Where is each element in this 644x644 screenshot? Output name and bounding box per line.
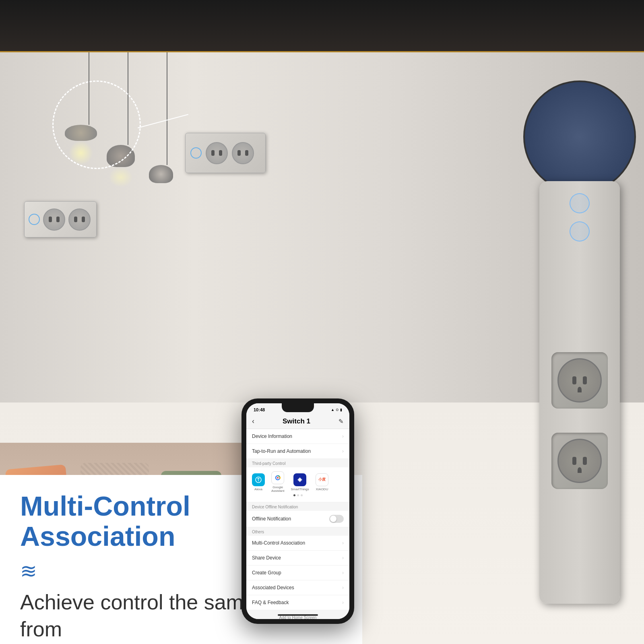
chevron-icon-tap-run: › <box>342 448 344 454</box>
phone-app-header: ‹ Switch 1 ✎ <box>246 415 349 429</box>
menu-item-share-device[interactable]: Share Device › <box>246 551 349 566</box>
home-indicator <box>278 614 318 616</box>
device-outlet-1 <box>551 352 608 409</box>
touch-button-2[interactable] <box>190 147 202 159</box>
menu-item-multi-control[interactable]: Multi-Control Association › <box>246 536 349 551</box>
smartthings-item[interactable]: SmartThings <box>291 473 309 491</box>
app-title: Switch 1 <box>254 417 339 425</box>
others-label: Others <box>252 530 264 534</box>
wall-decoration-circle <box>523 80 636 193</box>
menu-item-device-info[interactable]: Device Information › <box>246 429 349 444</box>
menu-item-faq-label: FAQ & Feedback <box>252 600 289 605</box>
notification-label: Device Offline Notification <box>252 505 298 509</box>
outlet-slot-left-1 <box>572 376 576 384</box>
device-outlet-2 <box>551 433 608 489</box>
add-home-screen-label: Add to Home Screen <box>279 615 317 619</box>
menu-item-create-group[interactable]: Create Group › <box>246 566 349 580</box>
status-icons: ▲ ⊙ ▮ <box>331 408 342 412</box>
xiaodu-label: XIAODU <box>316 487 328 491</box>
phone-screen: 10:48 ▲ ⊙ ▮ ‹ Switch 1 ✎ Device Informat… <box>246 403 349 619</box>
menu-item-tap-run-label: Tap-to-Run and Automation <box>252 448 311 454</box>
switch-panel-center <box>185 133 266 173</box>
google-assistant-label: GoogleAssistant <box>271 485 284 493</box>
socket-outlet-3 <box>206 142 228 164</box>
socket-outlet-1 <box>43 208 65 231</box>
phone-notch <box>282 403 314 412</box>
offline-notification-row[interactable]: Offline Notification <box>246 511 349 527</box>
annotation-circle <box>52 80 141 169</box>
chevron-icon-faq: › <box>342 600 344 605</box>
phone-frame: 10:48 ▲ ⊙ ▮ ‹ Switch 1 ✎ Device Informat… <box>242 398 354 624</box>
socket-outlet-2 <box>68 208 91 231</box>
menu-item-device-info-label: Device Information <box>252 433 292 439</box>
menu-item-multi-control-label: Multi-Control Association <box>252 540 305 546</box>
phone-mockup: 10:48 ▲ ⊙ ▮ ‹ Switch 1 ✎ Device Informat… <box>242 398 354 624</box>
outlet-slots-2 <box>572 457 587 465</box>
dot-3 <box>301 494 303 496</box>
dot-2 <box>297 494 299 496</box>
menu-item-create-group-label: Create Group <box>252 570 281 576</box>
outlet-face-1 <box>557 358 602 402</box>
menu-item-associated-devices-label: Associated Devices <box>252 585 294 590</box>
status-time: 10:48 <box>254 407 265 412</box>
offline-notification-toggle[interactable] <box>329 515 344 523</box>
toggle-knob <box>330 516 336 522</box>
dot-1 <box>293 494 295 496</box>
third-party-label: Third-party Control <box>252 461 285 466</box>
device-touch-button-1[interactable] <box>570 193 590 213</box>
chevron-icon-share: › <box>342 555 344 561</box>
outlet-slots-1 <box>572 376 587 384</box>
alexa-item[interactable]: Alexa <box>252 473 265 491</box>
outlet-slot-right-2 <box>583 457 587 465</box>
third-party-icons-row: Alexa GoogleAssistant <box>252 471 344 493</box>
smartthings-label: SmartThings <box>291 487 309 491</box>
battery-icon: ▮ <box>340 408 342 412</box>
outlet-ground-2 <box>578 467 582 473</box>
menu-item-associated-devices[interactable]: Associated Devices › <box>246 580 349 595</box>
signal-icon: ▲ <box>331 408 334 412</box>
smart-switch-device <box>539 181 620 604</box>
chevron-icon-device-info: › <box>342 433 344 439</box>
menu-item-tap-run[interactable]: Tap-to-Run and Automation › <box>246 444 349 459</box>
google-assistant-item[interactable]: GoogleAssistant <box>271 471 284 493</box>
offline-notification-label: Offline Notification <box>252 516 291 522</box>
alexa-label: Alexa <box>254 487 262 491</box>
wifi-icon: ⊙ <box>336 408 339 412</box>
touch-button-1[interactable] <box>29 214 40 225</box>
notification-section-header: Device Offline Notification <box>246 502 349 511</box>
outlet-face-2 <box>557 439 602 483</box>
smartthings-icon <box>293 473 306 486</box>
edit-button[interactable]: ✎ <box>339 418 344 425</box>
outlet-ground-1 <box>578 387 582 392</box>
outlet-slot-left-2 <box>572 457 576 465</box>
ceiling <box>0 0 644 52</box>
third-party-section-header: Third-party Control <box>246 459 349 467</box>
xiaodu-item[interactable]: 小度 XIAODU <box>316 473 328 491</box>
chevron-icon-multi-control: › <box>342 540 344 546</box>
chevron-icon-associated: › <box>342 585 344 590</box>
menu-item-share-device-label: Share Device <box>252 555 281 561</box>
others-section-header: Others <box>246 527 349 536</box>
socket-outlet-4 <box>232 142 254 164</box>
menu-item-faq[interactable]: FAQ & Feedback › <box>246 595 349 610</box>
svg-point-3 <box>299 479 301 481</box>
xiaodu-icon: 小度 <box>316 473 328 486</box>
chevron-icon-create-group: › <box>342 570 344 576</box>
switch-panel-left <box>24 201 97 237</box>
alexa-icon <box>252 473 265 486</box>
pendant-light-3 <box>161 52 173 183</box>
carousel-dots <box>252 493 344 498</box>
google-assistant-icon <box>271 471 284 484</box>
outlet-slot-right-1 <box>583 376 587 384</box>
svg-point-2 <box>277 477 279 479</box>
device-touch-button-2[interactable] <box>570 221 590 242</box>
third-party-section: Alexa GoogleAssistant <box>246 467 349 502</box>
